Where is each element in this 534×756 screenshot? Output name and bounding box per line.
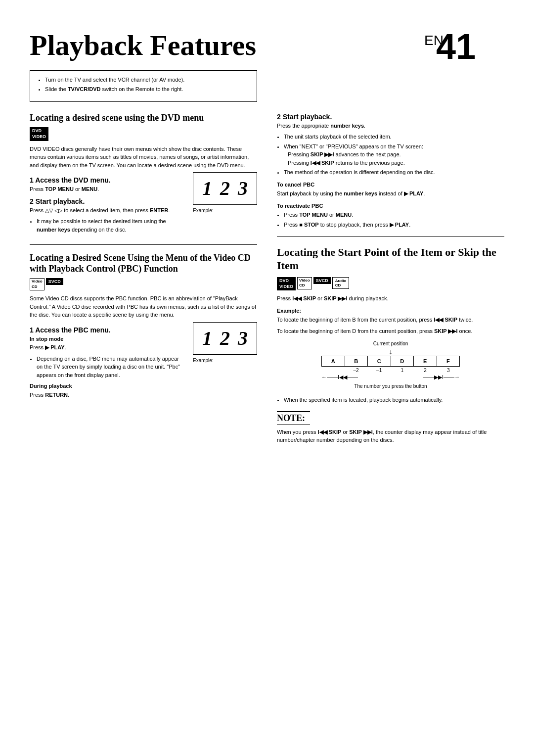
page-number: 41: [436, 29, 476, 64]
reactivate-pbc-label: To reactivate PBC: [277, 202, 504, 210]
skip-arrows: ←——I◀◀—— ——▶▶I——→: [321, 374, 460, 380]
arrow-down: ↓: [321, 348, 460, 355]
video-cd-badge: Video CD: [30, 278, 44, 290]
step1-text: 1 Access the DVD menu. Press TOP MENU or…: [30, 172, 185, 236]
pbc-section-title: Locating a Desired Scene Using the Menu …: [30, 253, 257, 274]
pbc-example-label: Example:: [193, 357, 257, 364]
digit-1: 1: [202, 179, 212, 198]
pbc-example-image: 1 2 3 Example:: [193, 322, 257, 367]
cancel-pbc-label: To cancel PBC: [277, 181, 504, 189]
number-display-2: 1 2 3: [193, 322, 257, 355]
skip-dvd-video-badge: DVD VIDEO: [277, 277, 296, 290]
step1-label: 1 Access the DVD menu.: [30, 176, 185, 184]
skip-audio-cd-badge: Audio CD: [332, 277, 350, 289]
pbc-step1-label: 1 Access the PBC menu.: [30, 326, 185, 334]
skip-section-title: Locating the Start Point of the Item or …: [277, 246, 504, 272]
step2-label: 2 Start playback.: [30, 197, 185, 205]
skip-cells: A B C D E F: [321, 356, 460, 367]
skip-video-cd-badge: Video CD: [297, 277, 312, 289]
divider-1: [30, 244, 257, 245]
num-neg2: [321, 368, 345, 373]
content-columns: Locating a desired scene using the DVD m…: [30, 113, 504, 447]
cell-b: B: [345, 356, 368, 366]
pbc-step1-text: 1 Access the PBC menu. In stop mode Pres…: [30, 322, 185, 402]
pbc-description: Some Video CD discs supports the PBC fun…: [30, 294, 257, 319]
skip-diagram: Current position ↓ A B C D E F –2 –1: [321, 341, 460, 390]
stop-mode-text: Press ▶ PLAY.: [30, 343, 185, 352]
reactivate-pbc-bullets: Press TOP MENU or MENU. Press ■ STOP to …: [277, 211, 504, 229]
section1-description: DVD VIDEO discs generally have their own…: [30, 145, 257, 170]
svcd-badge: SVCD: [46, 278, 63, 285]
cell-c: C: [368, 356, 391, 366]
note-text: When you press I◀◀ SKIP or SKIP ▶▶I, the…: [277, 428, 504, 444]
right-column: 2 Start playback. Press the appropriate …: [277, 113, 504, 447]
pbc-digit-1: 1: [202, 329, 212, 348]
left-column: Locating a desired scene using the DVD m…: [30, 113, 257, 402]
skip-numbers: –2 –1 1 2 3: [321, 368, 460, 373]
cell-a: A: [322, 356, 345, 366]
skip-svcd-badge: SVCD: [313, 277, 331, 284]
left-arrow: ←——I◀◀——: [321, 374, 358, 380]
skip-after-diagram: When the specified item is located, play…: [277, 396, 504, 404]
skip-auto-play: When the specified item is located, play…: [284, 396, 504, 404]
pbc-badge-group: Video CD SVCD: [30, 278, 257, 290]
pbc-step1-row: 1 Access the PBC menu. In stop mode Pres…: [30, 322, 257, 402]
rpbc2: Press ■ STOP to stop playback, then pres…: [284, 221, 504, 229]
cell-f: F: [437, 356, 460, 366]
cancel-pbc-text: Start playback by using the number keys …: [277, 189, 504, 198]
right-step2-bullets: The unit starts playback of the selected…: [277, 133, 504, 177]
skip-badge-group: DVD VIDEO Video CD SVCD Audio CD: [277, 277, 504, 290]
rb2: When "NEXT" or "PREVIOUS" appears on the…: [284, 142, 504, 167]
during-playback-label: During playback: [30, 382, 185, 390]
page: EN 41 Playback Features Turn on the TV a…: [0, 0, 534, 756]
example-image-1: 1 2 3 Example:: [193, 172, 257, 217]
dvd-video-badge: DVD VIDEO: [30, 127, 48, 141]
step2-content: Press △▽ ◁▷ to select a desired item, th…: [30, 206, 185, 215]
pbc-bullet1: Depending on a disc, PBC menu may automa…: [37, 355, 185, 379]
pbc-digit-2: 2: [220, 329, 230, 348]
step2-bullet1: It may be possible to select the desired…: [37, 217, 185, 234]
section1-title: Locating a desired scene using the DVD m…: [30, 113, 257, 124]
skip-example-label: Example:: [277, 307, 504, 315]
right-arrow: ——▶▶I——→: [423, 374, 460, 380]
num-neg2-val: –2: [345, 368, 368, 373]
intro-box: Turn on the TV and select the VCR channe…: [30, 70, 257, 102]
number-display-1: 1 2 3: [193, 172, 257, 205]
intro-item-2: Slide the TV/VCR/DVD switch on the Remot…: [45, 85, 249, 94]
skip-example-desc2: To locate the beginning of item D from t…: [277, 327, 504, 335]
divider-2: [277, 236, 504, 237]
intro-item-1: Turn on the TV and select the VCR channe…: [45, 76, 249, 84]
cell-e: E: [414, 356, 437, 366]
num-neg1: –1: [367, 368, 391, 373]
skip-intro: Press I◀◀ SKIP or SKIP ▶▶I during playba…: [277, 294, 504, 303]
num-2: 2: [414, 368, 437, 373]
example-label-1: Example:: [193, 207, 257, 214]
skip-example-desc1: To locate the beginning of item B from t…: [277, 316, 504, 324]
pbc-bullets: Depending on a disc, PBC menu may automa…: [30, 355, 185, 379]
rpbc1: Press TOP MENU or MENU.: [284, 211, 504, 219]
right-step2-label: 2 Start playback.: [277, 113, 504, 121]
button-press-label: The number you press the button: [321, 382, 460, 390]
step2-bullets: It may be possible to select the desired…: [30, 217, 185, 234]
step1-content: Press TOP MENU or MENU.: [30, 185, 185, 193]
digit-2: 2: [220, 179, 230, 198]
note-title: NOTE:: [277, 411, 310, 425]
dvd-video-badge-group: DVD VIDEO: [30, 127, 257, 141]
step1-row: 1 Access the DVD menu. Press TOP MENU or…: [30, 172, 257, 236]
cell-d: D: [391, 356, 414, 366]
note-box: NOTE: When you press I◀◀ SKIP or SKIP ▶▶…: [277, 411, 504, 444]
during-playback-text: Press RETURN.: [30, 391, 185, 399]
stop-mode-label: In stop mode: [30, 335, 185, 343]
rb3: The method of the operation is different…: [284, 168, 504, 177]
num-3: 3: [437, 368, 460, 373]
num-1: 1: [391, 368, 414, 373]
digit-3: 3: [238, 179, 248, 198]
pbc-digit-3: 3: [238, 329, 248, 348]
intro-list: Turn on the TV and select the VCR channe…: [38, 76, 249, 94]
rb1: The unit starts playback of the selected…: [284, 133, 504, 141]
right-step2-text: Press the appropriate number keys.: [277, 122, 504, 130]
current-position-label: Current position: [321, 341, 460, 346]
